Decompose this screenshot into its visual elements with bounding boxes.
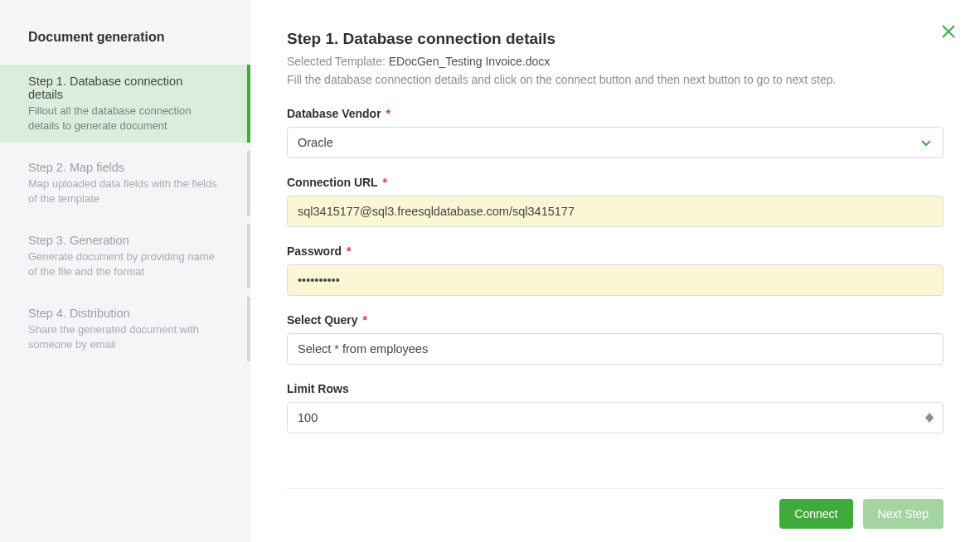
- sidebar-step-title: Step 2. Map fields: [28, 161, 219, 174]
- required-indicator: *: [343, 244, 351, 258]
- wizard-sidebar: Document generation Step 1. Database con…: [0, 0, 250, 542]
- sidebar-step-desc: Map uploaded data fields with the fields…: [28, 177, 219, 206]
- sidebar-step-3[interactable]: Step 3. Generation Generate document by …: [0, 224, 250, 288]
- close-icon: [939, 22, 958, 41]
- sidebar-step-title: Step 4. Distribution: [28, 307, 219, 320]
- step-instructions: Fill the database connection details and…: [287, 73, 944, 86]
- connection-url-label: Connection URL *: [287, 176, 387, 189]
- sidebar-title: Document generation: [0, 0, 250, 65]
- sidebar-step-desc: Fillout all the database connection deta…: [28, 104, 219, 133]
- footer-actions: Connect Next Step: [287, 488, 944, 542]
- selected-template-label: Selected Template:: [287, 55, 389, 68]
- query-label: Select Query *: [287, 313, 367, 327]
- sidebar-step-desc: Generate document by providing name of t…: [28, 249, 219, 278]
- selected-template-name: EDocGen_Testing Invoice.docx: [389, 55, 551, 68]
- required-indicator: *: [383, 107, 391, 120]
- query-input[interactable]: [287, 333, 944, 365]
- selected-template: Selected Template: EDocGen_Testing Invoi…: [287, 55, 944, 68]
- connect-button[interactable]: Connect: [779, 499, 852, 529]
- limit-label: Limit Rows: [287, 382, 349, 395]
- sidebar-step-4[interactable]: Step 4. Distribution Share the generated…: [0, 297, 250, 361]
- vendor-label: Database Vendor *: [287, 107, 391, 120]
- next-step-button[interactable]: Next Step: [863, 499, 944, 529]
- sidebar-step-title: Step 1. Database connection details: [28, 75, 219, 101]
- close-button[interactable]: [939, 22, 958, 41]
- required-indicator: *: [360, 313, 367, 327]
- sidebar-step-2[interactable]: Step 2. Map fields Map uploaded data fie…: [0, 151, 250, 215]
- password-input[interactable]: [287, 264, 944, 296]
- main-panel: Step 1. Database connection details Sele…: [250, 0, 980, 542]
- connection-url-input[interactable]: [287, 196, 944, 227]
- required-indicator: *: [380, 176, 387, 189]
- vendor-select[interactable]: [287, 127, 944, 158]
- sidebar-step-1[interactable]: Step 1. Database connection details Fill…: [0, 65, 250, 143]
- sidebar-step-desc: Share the generated document with someon…: [28, 322, 219, 351]
- limit-input[interactable]: [287, 402, 944, 433]
- password-label: Password *: [287, 244, 351, 258]
- page-title: Step 1. Database connection details: [287, 30, 944, 48]
- sidebar-step-title: Step 3. Generation: [28, 234, 219, 247]
